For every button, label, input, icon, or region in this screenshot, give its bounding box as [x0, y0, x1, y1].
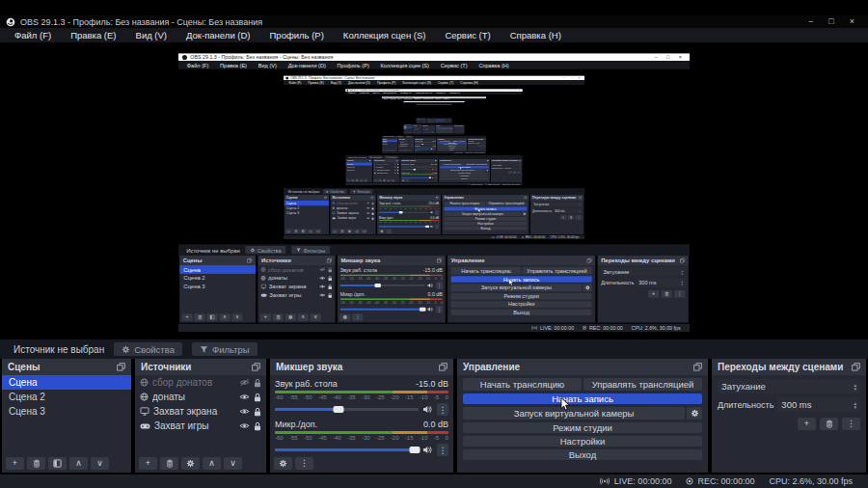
remove-scene-button[interactable] — [27, 457, 45, 470]
trash-icon — [340, 230, 343, 232]
menu-tools[interactable]: Сервис (T) — [435, 30, 500, 41]
lock-icon[interactable] — [254, 378, 261, 388]
transition-menu-button: ⋮ — [463, 130, 464, 131]
volume-slider[interactable] — [275, 448, 419, 451]
virtual-camera-settings-button[interactable] — [687, 407, 702, 420]
mouse-cursor — [477, 208, 480, 213]
spinner-arrows-icon: ▴▾ — [520, 168, 521, 170]
rec-status: REC: 00:00:00 — [686, 476, 754, 486]
duration-spinbox: 300 ms ▴▾ — [637, 279, 685, 287]
transition-menu-button: ⋮ — [483, 146, 485, 148]
menu-scene-collection[interactable]: Коллекция сцен (S) — [334, 30, 436, 41]
sources-dock: Источники сбор донатов донаты — [258, 256, 335, 322]
duration-label: Длительность — [468, 143, 475, 144]
remove-source-button[interactable] — [160, 457, 178, 470]
scene-filters-button[interactable] — [48, 457, 67, 470]
obs-logo-icon — [285, 76, 288, 79]
studio-mode-button[interactable]: Режим студии — [463, 422, 702, 433]
transition-select[interactable]: Затухание ▴▾ — [718, 379, 860, 393]
add-transition-button: + — [508, 171, 512, 174]
game-capture-icon — [332, 217, 336, 220]
channel-level: 0.0 dB — [423, 420, 448, 429]
filters-button[interactable]: Фильтры — [192, 342, 258, 356]
add-scene-button[interactable]: + — [6, 457, 24, 470]
settings-button[interactable]: Настройки — [463, 436, 702, 447]
menu-view[interactable]: Вид (V) — [126, 30, 177, 41]
volume-slider[interactable] — [275, 408, 419, 411]
add-source-button[interactable]: + — [139, 457, 157, 470]
source-item: Захват игры — [413, 130, 422, 131]
source-properties-button[interactable] — [181, 457, 200, 470]
eye-hidden-icon[interactable] — [239, 378, 250, 387]
start-streaming-button[interactable]: Начать трансляцию — [463, 378, 582, 391]
settings-button: Настройки — [444, 222, 527, 226]
transition-menu-button: ⋮ — [674, 290, 685, 298]
popout-icon[interactable] — [117, 363, 125, 371]
mixer-menu-button: ⋮ — [406, 179, 410, 182]
preview-canvas[interactable]: OBS 29.1.3 - Профиль: Без названия - Сце… — [0, 42, 868, 339]
trash-icon — [379, 179, 381, 181]
scene-item[interactable]: Сцена 2 — [2, 390, 131, 404]
scene-filters-icon — [209, 314, 214, 319]
spinner-arrows-icon[interactable]: ▴▾ — [854, 401, 856, 409]
start-recording-button[interactable]: Начать запись — [463, 393, 702, 404]
popout-icon[interactable] — [693, 363, 702, 371]
source-item[interactable]: донаты — [135, 390, 266, 404]
start-virtual-camera-button[interactable]: Запуск виртуальной камеры — [463, 407, 685, 420]
minimize-button[interactable]: − — [808, 15, 813, 28]
move-scene-down-button[interactable]: ∨ — [91, 457, 109, 470]
channel-menu-button: ⋮ — [434, 149, 435, 150]
eye-visible-icon[interactable] — [239, 393, 250, 401]
exit-button[interactable]: Выход — [463, 449, 702, 460]
source-item[interactable]: Захват экрана — [135, 404, 266, 419]
lock-icon[interactable] — [254, 393, 261, 402]
popout-icon[interactable] — [852, 363, 860, 371]
properties-button[interactable]: Свойства — [114, 342, 182, 356]
close-button[interactable]: × — [850, 15, 854, 28]
menu-help[interactable]: Справка (H) — [501, 30, 571, 41]
menu-profile[interactable]: Профиль (P) — [260, 30, 334, 41]
speaker-icon[interactable] — [422, 446, 433, 454]
speaker-icon — [430, 225, 434, 228]
channel-menu-button[interactable]: ⋮ — [437, 403, 448, 416]
popout-icon[interactable] — [252, 363, 260, 371]
manage-stream-button[interactable]: Управлять трансляцией — [583, 378, 702, 391]
popout-icon — [396, 160, 398, 162]
remove-transition-button[interactable] — [820, 418, 838, 430]
move-scene-up-button[interactable]: ∧ — [69, 457, 88, 470]
move-source-down-button[interactable]: ∨ — [224, 457, 242, 470]
menu-file: Файл (F) — [181, 62, 214, 68]
source-item[interactable]: сбор донатов — [135, 375, 266, 390]
menu-docks[interactable]: Док-панели (D) — [176, 30, 259, 41]
lock-icon[interactable] — [254, 421, 261, 431]
advanced-audio-button[interactable] — [274, 457, 292, 470]
menu-help: Справка (H) — [457, 81, 481, 85]
scene-item-selected[interactable]: Сцена — [2, 375, 131, 390]
duration-spinbox[interactable]: 300 ms ▴▾ — [777, 397, 860, 412]
add-transition-button[interactable]: + — [798, 418, 816, 430]
meter-scale: -60-55-50-45-40-35-30-25-20-15-10-50 — [401, 175, 437, 176]
speaker-icon[interactable] — [422, 405, 433, 414]
eye-visible-icon[interactable] — [239, 421, 250, 430]
transitions-toolbar: + ⋮ — [454, 130, 464, 131]
maximize-button[interactable]: □ — [828, 15, 833, 28]
source-item[interactable]: Захват игры — [135, 419, 266, 433]
preview-nested-screen: OBS 29.1.3 - Профиль: Без названия - Сце… — [284, 70, 584, 239]
transition-menu-button[interactable]: ⋮ — [842, 418, 860, 430]
menu-file[interactable]: Файл (F) — [5, 30, 61, 41]
mixer-channel-desktop: Звук раб. стола -15.0 dB -60-55-50-45-40… — [377, 202, 441, 214]
game-capture-icon — [140, 422, 150, 430]
channel-menu-button[interactable]: ⋮ — [437, 444, 448, 456]
duration-label: Длительность — [718, 400, 773, 410]
menu-edit[interactable]: Правка (E) — [61, 30, 125, 41]
scene-item[interactable]: Сцена 3 — [2, 404, 131, 419]
spinner-arrows-icon[interactable]: ▴▾ — [854, 383, 856, 391]
move-source-up-button[interactable]: ∧ — [203, 457, 221, 470]
popout-icon[interactable] — [439, 363, 448, 371]
meter-scale: -60-55-50-45-40-35-30-25-20-15-10-50 — [379, 221, 439, 223]
lock-icon[interactable] — [254, 407, 261, 417]
gear-icon — [584, 285, 589, 290]
eye-visible-icon[interactable] — [239, 407, 250, 416]
mixer-menu-button[interactable]: ⋮ — [295, 457, 313, 470]
advanced-audio-button — [378, 229, 385, 233]
